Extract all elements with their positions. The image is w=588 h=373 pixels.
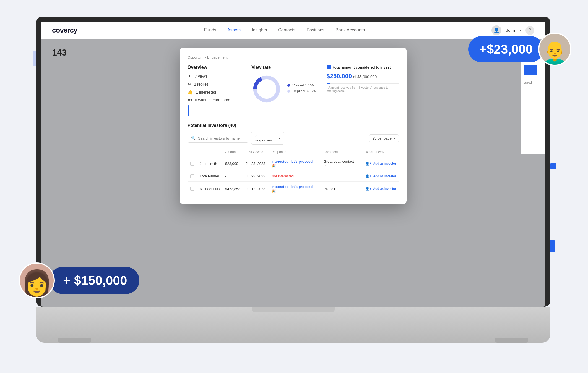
legend-dot-viewed: [287, 84, 290, 87]
table-row: John smith $23,000 Jul 23, 2023 Interest…: [188, 156, 399, 171]
row2-response: Not interested: [269, 171, 321, 182]
col-name: [197, 148, 222, 156]
viewrate-heading: View rate: [251, 65, 318, 70]
replies-icon: ↩: [188, 82, 191, 87]
row2-response-text: Not interested: [271, 174, 294, 178]
row2-add-investor-btn[interactable]: 👤+ Add as investor: [365, 174, 396, 178]
right-panel-blue-btn[interactable]: [524, 65, 537, 75]
amount-of: of $5,000,000: [353, 75, 377, 79]
total-amount-header: total amount considered to invest: [327, 65, 399, 69]
svg-point-1: [255, 77, 278, 100]
search-icon: 🔍: [191, 136, 196, 140]
stat-learn-more-label: 0 want to learn more: [195, 98, 230, 102]
nav-bank-accounts[interactable]: Bank Accounts: [335, 27, 365, 34]
filter-chevron-icon: ▾: [278, 136, 280, 140]
col-whats-next: What's next?: [363, 148, 399, 156]
section-overview: Overview 👁 7 views ↩ 2 replies: [188, 65, 243, 116]
laptop-base: [36, 307, 550, 343]
table-controls: 🔍 All responses ▾: [188, 132, 399, 145]
deco-square-9: [550, 163, 556, 169]
nav-insights[interactable]: Insights: [252, 27, 267, 34]
row3-checkbox-cell: [188, 182, 197, 196]
table-header: Amount Last viewed ↓ Response Comment Wh…: [188, 148, 399, 156]
stat-views: 👁 7 views: [188, 74, 243, 79]
badge-right-avatar: 👨‍🦲: [538, 33, 571, 66]
legend-replied: Replied 82.5%: [287, 89, 316, 93]
row2-comment: [321, 171, 363, 182]
add-investor-icon-3: 👤+: [365, 187, 371, 191]
modal-sections: Overview 👁 7 views ↩ 2 replies: [188, 65, 399, 116]
nav-positions[interactable]: Positions: [306, 27, 324, 34]
laptop-foot-left: [58, 338, 91, 343]
table-controls-left: 🔍 All responses ▾: [188, 132, 284, 145]
row3-amount: $473,853: [222, 182, 243, 196]
badge-right-amount: +$23,000: [479, 42, 533, 57]
table-body: John smith $23,000 Jul 23, 2023 Interest…: [188, 156, 399, 196]
add-investor-icon: 👤+: [365, 162, 371, 166]
investors-table: Amount Last viewed ↓ Response Comment Wh…: [188, 148, 399, 196]
modal-title: Opportunity Engagement: [188, 55, 399, 59]
amount-value: $250,000: [327, 73, 352, 80]
potential-investors-header: Potential Investors (40): [188, 123, 399, 128]
row3-response: Interested, let's proceed 🎉: [269, 182, 321, 196]
search-wrap[interactable]: 🔍: [188, 134, 248, 143]
filter-all-responses[interactable]: All responses ▾: [251, 132, 284, 145]
row3-action: 👤+ Add as investor: [363, 182, 399, 196]
interested-icon: 👍: [188, 90, 193, 95]
pagination-select[interactable]: 25 per page ▾: [369, 134, 399, 142]
legend-viewed-label: Viewed 17.5%: [292, 83, 315, 87]
stat-learn-more: ••• 0 want to learn more: [188, 98, 243, 103]
total-amount-icon: [327, 65, 331, 69]
col-comment: Comment: [321, 148, 363, 156]
table-row: Michael Luis $473,853 Jul 12, 2023 Inter…: [188, 182, 399, 196]
donut-wrap: Viewed 17.5% Replied 82.5%: [251, 74, 318, 104]
overview-heading: Overview: [188, 65, 243, 70]
row3-response-text: Interested, let's proceed 🎉: [271, 185, 313, 193]
nav-funds[interactable]: Funds: [204, 27, 216, 34]
nav-assets[interactable]: Assets: [227, 27, 241, 34]
potential-investors-section: Potential Investors (40) 🔍: [188, 123, 399, 196]
row1-add-investor-btn[interactable]: 👤+ Add as investor: [365, 162, 396, 166]
row1-name: John smith: [197, 156, 222, 171]
row3-last-viewed: Jul 12, 2023: [243, 182, 269, 196]
row1-amount: $23,000: [222, 156, 243, 171]
search-input[interactable]: [198, 136, 245, 140]
row3-add-investor-btn[interactable]: 👤+ Add as investor: [365, 187, 396, 191]
row3-checkbox[interactable]: [190, 187, 194, 191]
badge-left: + $150,000: [49, 267, 139, 294]
pagination-chevron-icon: ▾: [393, 136, 395, 140]
row2-name: Lora Palmer: [197, 171, 222, 182]
total-amount-values: $250,000 of $5,000,000: [327, 73, 399, 80]
col-checkbox: [188, 148, 197, 156]
nav-contacts[interactable]: Contacts: [278, 27, 295, 34]
section-viewrate: View rate: [251, 65, 318, 116]
learn-more-icon: •••: [188, 98, 192, 103]
indicator-bar: [188, 105, 189, 116]
legend-dot-replied: [287, 90, 290, 93]
badge-right-container: +$23,000 👨‍🦲: [468, 33, 571, 66]
row2-action-label: Add as investor: [373, 174, 396, 178]
modal: Opportunity Engagement Overview 👁 7 view…: [180, 48, 407, 204]
stat-interested-label: 1 interested: [196, 90, 216, 94]
views-icon: 👁: [188, 74, 192, 79]
right-panel-label3: sured: [524, 81, 543, 85]
row1-checkbox[interactable]: [190, 162, 194, 166]
col-response: Response: [269, 148, 321, 156]
row1-checkbox-cell: [188, 156, 197, 171]
stat-views-label: 7 views: [195, 74, 208, 78]
legend-viewed: Viewed 17.5%: [287, 83, 316, 87]
row1-action-label: Add as investor: [373, 162, 396, 166]
amount-bar-fill: [327, 83, 330, 84]
row2-checkbox-cell: [188, 171, 197, 182]
total-amount-heading: total amount considered to invest: [333, 65, 391, 69]
logo: covercy: [52, 26, 77, 35]
row3-action-label: Add as investor: [373, 187, 396, 191]
nav-links: Funds Assets Insights Contacts Positions…: [94, 27, 475, 34]
row2-checkbox[interactable]: [190, 174, 194, 178]
donut-legend: Viewed 17.5% Replied 82.5%: [287, 83, 316, 95]
row2-amount: -: [222, 171, 243, 182]
badge-left-container: 👩 + $150,000: [19, 262, 139, 298]
stat-replies-label: 2 replies: [194, 82, 209, 86]
row1-response-text: Interested, let's proceed 🎉: [271, 159, 313, 168]
dropdown-icon[interactable]: ▾: [519, 28, 521, 32]
